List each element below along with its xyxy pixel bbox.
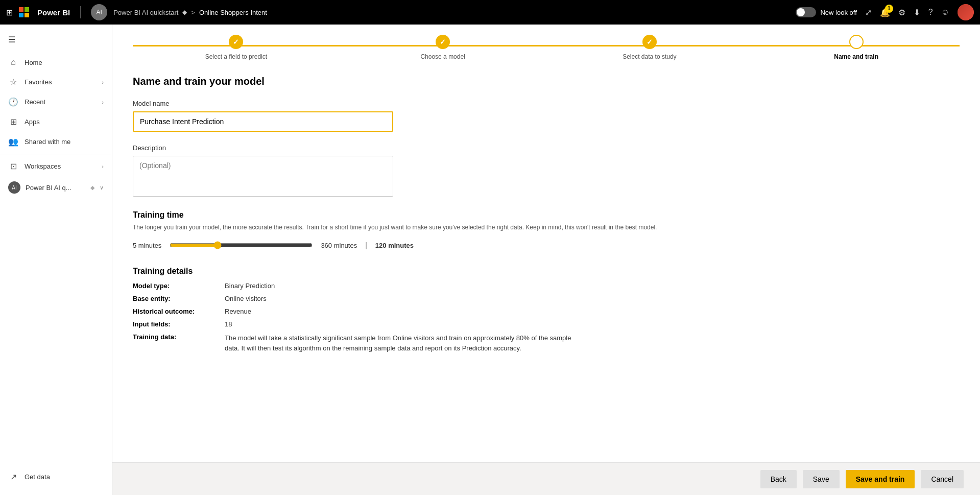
new-look-label: New look off bbox=[820, 9, 856, 16]
description-label: Description bbox=[133, 144, 960, 152]
diamond-icon: ◆ bbox=[182, 9, 187, 16]
slider-max-label: 360 minutes bbox=[321, 242, 357, 249]
back-button[interactable]: Back bbox=[760, 470, 797, 488]
detail-row-model-type: Model type: Binary Prediction bbox=[133, 282, 960, 290]
slider-current-value: 120 minutes bbox=[375, 242, 414, 249]
shared-icon: 👥 bbox=[8, 137, 18, 147]
home-icon: ⌂ bbox=[8, 58, 18, 67]
wizard-progress: ✓ Select a field to predict ✓ Choose a m… bbox=[112, 25, 980, 65]
detail-value-model-type: Binary Prediction bbox=[225, 282, 275, 290]
recent-icon: 🕐 bbox=[8, 97, 18, 107]
slider-min-label: 5 minutes bbox=[133, 242, 161, 249]
new-look-toggle[interactable]: New look off bbox=[796, 7, 856, 17]
sidebar-workspaces-label: Workspaces bbox=[25, 162, 95, 170]
topbar-divider bbox=[80, 6, 81, 18]
description-input[interactable] bbox=[133, 156, 393, 197]
sidebar-item-apps[interactable]: ⊞ Apps bbox=[0, 112, 112, 132]
sidebar-workspace-powerbi[interactable]: AI Power BI AI q... ◆ ∨ bbox=[0, 176, 112, 199]
sidebar-top: ☰ bbox=[0, 29, 112, 53]
avatar[interactable] bbox=[958, 4, 974, 20]
form-title: Name and train your model bbox=[133, 76, 960, 87]
step-circle-3: ✓ bbox=[642, 35, 657, 49]
training-time-section: Training time The longer you train your … bbox=[133, 210, 960, 250]
step-circle-1: ✓ bbox=[229, 35, 243, 49]
training-details-title: Training details bbox=[133, 267, 960, 276]
step-label-4: Name and train bbox=[834, 53, 878, 60]
sidebar-item-recent[interactable]: 🕐 Recent › bbox=[0, 92, 112, 112]
training-details-section: Training details Model type: Binary Pred… bbox=[133, 267, 960, 353]
help-icon[interactable]: ? bbox=[928, 8, 933, 17]
detail-key-input-fields: Input fields: bbox=[133, 320, 225, 328]
favorites-icon: ☆ bbox=[8, 77, 18, 87]
detail-value-training-data: The model will take a statistically sign… bbox=[225, 333, 582, 353]
sidebar-item-shared[interactable]: 👥 Shared with me bbox=[0, 132, 112, 152]
save-and-train-button[interactable]: Save and train bbox=[846, 470, 915, 488]
sidebar-shared-label: Shared with me bbox=[25, 138, 104, 146]
sidebar-item-get-data[interactable]: ↗ Get data bbox=[0, 467, 112, 487]
avatar-image bbox=[958, 4, 974, 20]
toggle-track[interactable] bbox=[796, 7, 816, 17]
workspace-name: Power BI AI q... bbox=[26, 184, 85, 192]
workspaces-arrow: › bbox=[102, 163, 104, 170]
workspace-chevron: ∨ bbox=[100, 184, 104, 191]
hamburger-menu[interactable]: ☰ bbox=[0, 31, 112, 49]
detail-key-historical-outcome: Historical outcome: bbox=[133, 308, 225, 315]
step-circle-2: ✓ bbox=[436, 35, 450, 49]
breadcrumb-current: Online Shoppers Intent bbox=[199, 9, 267, 16]
detail-value-historical-outcome: Revenue bbox=[225, 308, 251, 315]
cancel-button[interactable]: Cancel bbox=[921, 470, 964, 488]
toggle-thumb bbox=[797, 8, 805, 16]
sidebar-item-home[interactable]: ⌂ Home bbox=[0, 53, 112, 72]
detail-key-model-type: Model type: bbox=[133, 282, 225, 290]
detail-row-historical-outcome: Historical outcome: Revenue bbox=[133, 308, 960, 315]
save-button[interactable]: Save bbox=[803, 470, 840, 488]
slider-wrapper bbox=[170, 240, 313, 250]
detail-row-input-fields: Input fields: 18 bbox=[133, 320, 960, 328]
detail-key-training-data: Training data: bbox=[133, 333, 225, 341]
sidebar-item-favorites[interactable]: ☆ Favorites › bbox=[0, 72, 112, 92]
workspace-diamond: ◆ bbox=[90, 184, 94, 191]
sidebar-get-data-label: Get data bbox=[25, 473, 104, 481]
step-select-field: ✓ Select a field to predict bbox=[133, 35, 340, 60]
model-name-label: Model name bbox=[133, 100, 960, 107]
feedback-icon[interactable]: ☺ bbox=[941, 8, 949, 17]
sidebar-bottom: ↗ Get data bbox=[0, 463, 112, 491]
detail-row-base-entity: Base entity: Online visitors bbox=[133, 295, 960, 302]
step-circle-4 bbox=[849, 35, 864, 49]
sidebar: ☰ ⌂ Home ☆ Favorites › 🕐 Recent › ⊞ Apps… bbox=[0, 25, 112, 495]
training-time-title: Training time bbox=[133, 210, 960, 220]
training-time-slider[interactable] bbox=[170, 241, 313, 249]
detail-value-input-fields: 18 bbox=[225, 320, 232, 328]
detail-row-training-data: Training data: The model will take a sta… bbox=[133, 333, 960, 353]
step-name-train: Name and train bbox=[753, 35, 960, 60]
download-icon[interactable]: ⬇ bbox=[914, 8, 920, 17]
workspace-icon: AI bbox=[8, 181, 20, 194]
sidebar-apps-label: Apps bbox=[25, 118, 104, 126]
breadcrumb-workspace[interactable]: Power BI AI quickstart bbox=[113, 9, 178, 16]
microsoft-logo bbox=[19, 7, 29, 17]
training-time-desc: The longer you train your model, the mor… bbox=[133, 223, 960, 232]
step-choose-model: ✓ Choose a model bbox=[340, 35, 546, 60]
footer-bar: Back Save Save and train Cancel bbox=[112, 462, 980, 495]
notification-icon[interactable]: 🔔 1 bbox=[880, 8, 890, 17]
step-label-1: Select a field to predict bbox=[205, 53, 267, 60]
model-name-input[interactable] bbox=[133, 111, 393, 132]
model-name-section: Model name bbox=[133, 100, 960, 132]
apps-icon: ⊞ bbox=[8, 117, 18, 127]
grid-icon[interactable]: ⊞ bbox=[6, 8, 13, 17]
breadcrumb: Power BI AI quickstart ◆ > Online Shoppe… bbox=[113, 9, 267, 16]
sidebar-favorites-label: Favorites bbox=[25, 78, 95, 86]
expand-icon[interactable]: ⤢ bbox=[865, 8, 872, 17]
detail-value-base-entity: Online visitors bbox=[225, 295, 267, 302]
sidebar-item-workspaces[interactable]: ⊡ Workspaces › bbox=[0, 156, 112, 176]
settings-icon[interactable]: ⚙ bbox=[898, 8, 905, 17]
sidebar-home-label: Home bbox=[25, 59, 104, 66]
favorites-arrow: › bbox=[102, 79, 104, 85]
main-layout: ☰ ⌂ Home ☆ Favorites › 🕐 Recent › ⊞ Apps… bbox=[0, 25, 980, 495]
topbar-right: New look off ⤢ 🔔 1 ⚙ ⬇ ? ☺ bbox=[796, 4, 974, 20]
step-label-2: Choose a model bbox=[420, 53, 465, 60]
content-area: ✓ Select a field to predict ✓ Choose a m… bbox=[112, 25, 980, 495]
description-section: Description bbox=[133, 144, 960, 198]
notification-badge: 1 bbox=[885, 5, 893, 13]
breadcrumb-arrow: > bbox=[191, 9, 195, 16]
